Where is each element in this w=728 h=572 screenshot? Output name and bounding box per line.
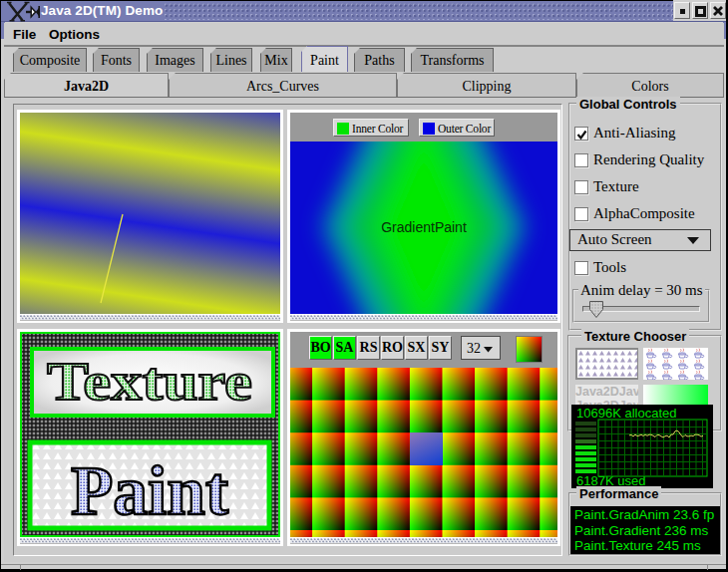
svg-text:Texture: Texture [47,352,252,412]
svg-text:Paint: Paint [71,452,228,529]
svg-text:GradientPaint: GradientPaint [381,219,467,235]
